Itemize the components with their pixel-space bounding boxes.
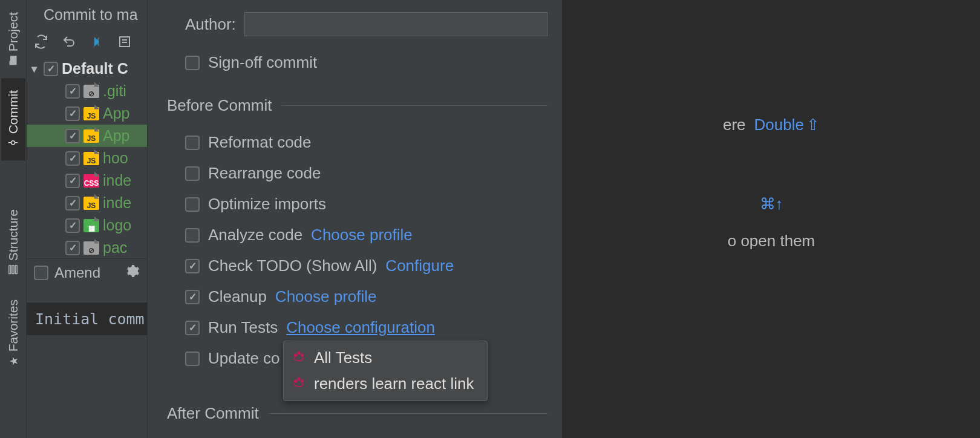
file-name: pac (103, 239, 127, 257)
folder-icon (8, 54, 19, 67)
navigate-hint: ⌘↑ (760, 195, 783, 214)
cleanup-profile-link[interactable]: Choose profile (275, 287, 377, 306)
dropdown-item-renders-link[interactable]: renders learn react link (284, 371, 487, 397)
svg-point-10 (301, 353, 304, 357)
file-checkbox[interactable] (65, 129, 80, 143)
file-name: inde (103, 194, 131, 212)
jest-icon (292, 376, 307, 393)
rail-favorites-label: Favorites (6, 299, 21, 351)
star-icon: ★ (7, 355, 19, 368)
file-name: inde (103, 172, 131, 189)
svg-rect-3 (9, 266, 11, 274)
file-row[interactable]: ⊘.giti (27, 80, 147, 102)
jest-icon (292, 350, 307, 367)
file-checkbox[interactable] (65, 84, 80, 99)
svg-rect-4 (12, 266, 14, 274)
svg-point-13 (301, 379, 304, 383)
changelist-checkbox[interactable] (44, 62, 58, 76)
signoff-label: Sign-off commit (208, 53, 317, 72)
rail-commit[interactable]: Commit (1, 78, 25, 160)
img-file-icon: ▦ (83, 219, 99, 232)
run-config-dropdown: All Tests renders learn react link (283, 341, 488, 401)
runtests-label: Run Tests (208, 318, 278, 337)
file-row[interactable]: JSApp (27, 125, 147, 147)
dropdown-renders-label: renders learn react link (314, 374, 474, 393)
file-row[interactable]: ▦logo (27, 214, 147, 237)
diff-icon[interactable] (88, 33, 105, 50)
svg-point-0 (11, 141, 15, 145)
file-name: App (103, 105, 129, 122)
commit-message[interactable]: Initial comm (27, 302, 147, 335)
file-name: App (103, 127, 129, 145)
amend-checkbox[interactable] (34, 266, 48, 280)
file-name: logo (103, 217, 131, 234)
file-checkbox[interactable] (65, 196, 80, 211)
file-row[interactable]: CSSinde (27, 169, 147, 192)
amend-row: Amend (27, 258, 147, 287)
rail-structure[interactable]: Structure (1, 197, 25, 287)
analyze-profile-link[interactable]: Choose profile (311, 226, 413, 244)
search-everywhere-hint: ere Double ⇧ (723, 116, 820, 134)
commit-toolbar (27, 28, 147, 55)
rail-structure-label: Structure (6, 209, 21, 261)
rail-commit-label: Commit (6, 90, 21, 134)
file-checkbox[interactable] (65, 151, 80, 166)
commit-icon (8, 137, 19, 149)
js-file-icon: JS (83, 152, 99, 165)
svg-point-9 (294, 353, 298, 357)
chevron-down-icon: ▾ (31, 62, 40, 76)
rail-project[interactable]: Project (1, 0, 25, 78)
gear-icon[interactable] (125, 264, 140, 282)
editor-empty-state: ere Double ⇧ ⌘↑ o open them (563, 0, 980, 438)
hint-text-fragment: ere (723, 116, 746, 134)
divider (281, 105, 547, 106)
file-tree: ▾ Default C ⊘.gitiJSAppJSAppJShooCSSinde… (27, 55, 147, 261)
todo-checkbox[interactable] (185, 259, 200, 273)
before-commit-header: Before Commit (167, 96, 272, 115)
cleanup-checkbox[interactable] (185, 290, 200, 304)
changelist-icon[interactable] (116, 33, 133, 50)
file-row[interactable]: JSinde (27, 192, 147, 214)
file-row[interactable]: ⊘pac (27, 237, 147, 259)
file-checkbox[interactable] (65, 218, 80, 233)
update-copyright-checkbox[interactable] (185, 351, 200, 366)
changelist-row[interactable]: ▾ Default C (27, 57, 147, 80)
dropdown-item-all-tests[interactable]: All Tests (284, 345, 487, 371)
todo-label: Check TODO (Show All) (208, 257, 377, 275)
reformat-checkbox[interactable] (185, 136, 200, 150)
optimize-checkbox[interactable] (185, 197, 200, 212)
svg-point-12 (294, 379, 298, 383)
structure-icon (8, 263, 19, 276)
analyze-label: Analyze code (208, 226, 302, 244)
svg-rect-5 (15, 266, 17, 274)
left-tool-rail: Project Commit Structure ★ Favorites (0, 0, 27, 438)
runtests-config-link[interactable]: Choose configuration (286, 318, 435, 337)
refresh-icon[interactable] (33, 33, 50, 50)
file-row[interactable]: JSApp (27, 102, 147, 125)
commit-panel: Commit to ma ▾ Default C ⊘.gitiJSAppJSAp… (27, 0, 148, 438)
dropdown-all-tests-label: All Tests (314, 348, 372, 367)
rearrange-checkbox[interactable] (185, 166, 200, 181)
gitignore-file-icon: ⊘ (83, 241, 99, 255)
file-checkbox[interactable] (65, 241, 80, 255)
file-row[interactable]: JShoo (27, 147, 147, 169)
file-checkbox[interactable] (65, 106, 80, 121)
rail-project-label: Project (6, 12, 21, 51)
rail-favorites[interactable]: ★ Favorites (1, 287, 25, 380)
file-checkbox[interactable] (65, 174, 80, 188)
svg-point-11 (297, 351, 301, 355)
shortcut-double-shift: Double ⇧ (754, 116, 820, 134)
js-file-icon: JS (83, 197, 99, 210)
cleanup-label: Cleanup (208, 287, 267, 306)
signoff-checkbox[interactable] (185, 56, 200, 70)
js-file-icon: JS (83, 129, 99, 143)
todo-configure-link[interactable]: Configure (385, 257, 454, 275)
rollback-icon[interactable] (60, 33, 77, 50)
after-commit-header: After Commit (167, 404, 259, 423)
runtests-checkbox[interactable] (185, 321, 200, 335)
update-copyright-label: Update co (208, 349, 280, 368)
author-input[interactable] (244, 12, 547, 36)
analyze-checkbox[interactable] (185, 228, 200, 243)
svg-point-14 (297, 377, 301, 381)
css-file-icon: CSS (83, 174, 99, 188)
